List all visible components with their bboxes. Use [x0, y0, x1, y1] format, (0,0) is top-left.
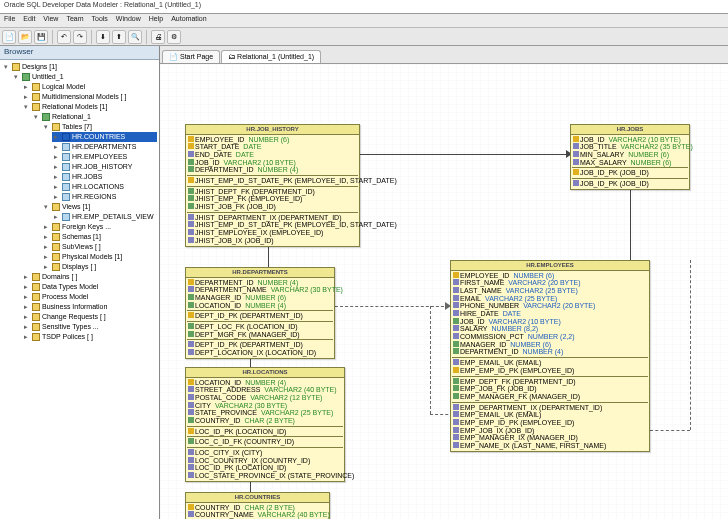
- tree-table-employees[interactable]: ▸HR.EMPLOYEES: [52, 152, 157, 162]
- tree-rel1[interactable]: ▾Relational_1: [32, 112, 157, 122]
- tree-tables[interactable]: ▾Tables [7]: [42, 122, 157, 132]
- diagram-icon: 🗂: [228, 53, 235, 61]
- open-button[interactable]: 📂: [18, 30, 32, 44]
- export-button[interactable]: ⬆: [112, 30, 126, 44]
- tree-tsdp[interactable]: ▸TSDP Polices [ ]: [22, 332, 157, 342]
- browser-header: Browser: [0, 46, 159, 60]
- tree-views[interactable]: ▾Views [1]: [42, 202, 157, 212]
- entity-header: HR.LOCATIONS: [186, 368, 344, 378]
- tree-designs[interactable]: ▾Designs [1]: [2, 62, 157, 72]
- menu-automation[interactable]: Automation: [171, 15, 206, 26]
- tree-table-countries[interactable]: ▸HR.COUNTRIES: [52, 132, 157, 142]
- gear-icon[interactable]: ⚙: [167, 30, 181, 44]
- browser-panel: Browser ▾Designs [1] ▾Untitled_1 ▸Logica…: [0, 46, 160, 519]
- object-tree[interactable]: ▾Designs [1] ▾Untitled_1 ▸Logical Model …: [0, 60, 159, 519]
- tree-table-locations[interactable]: ▸HR.LOCATIONS: [52, 182, 157, 192]
- tree-fkeys[interactable]: ▸Foreign Keys ...: [42, 222, 157, 232]
- tree-relmodels[interactable]: ▾Relational Models [1]: [22, 102, 157, 112]
- tree-view-empdetails[interactable]: ▸HR.EMP_DETAILS_VIEW: [52, 212, 157, 222]
- entity-header: HR.JOBS: [571, 125, 689, 135]
- tree-bizinfo[interactable]: ▸Business Information: [22, 302, 157, 312]
- tree-physmodels[interactable]: ▸Physical Models [1]: [42, 252, 157, 262]
- tree-displays[interactable]: ▸Displays [ ]: [42, 262, 157, 272]
- entity-departments[interactable]: HR.DEPARTMENTS DEPARTMENT_IDNUMBER (4) D…: [185, 267, 335, 359]
- entity-job-history[interactable]: HR.JOB_HISTORY EMPLOYEE_IDNUMBER (6) STA…: [185, 124, 360, 247]
- redo-button[interactable]: ↷: [73, 30, 87, 44]
- tree-multidim[interactable]: ▸Multidimensional Models [ ]: [22, 92, 157, 102]
- zoom-button[interactable]: 🔍: [128, 30, 142, 44]
- entity-locations[interactable]: HR.LOCATIONS LOCATION_IDNUMBER (4) STREE…: [185, 367, 345, 482]
- menu-view[interactable]: View: [43, 15, 58, 26]
- tree-subviews[interactable]: ▸SubViews [ ]: [42, 242, 157, 252]
- tree-sensitive[interactable]: ▸Sensitive Types ...: [22, 322, 157, 332]
- entity-header: HR.DEPARTMENTS: [186, 268, 334, 278]
- new-button[interactable]: 📄: [2, 30, 16, 44]
- entity-header: HR.COUNTRIES: [186, 493, 329, 503]
- entity-header: HR.EMPLOYEES: [451, 261, 649, 271]
- menu-edit[interactable]: Edit: [23, 15, 35, 26]
- tree-domains[interactable]: ▸Domains [ ]: [22, 272, 157, 282]
- import-button[interactable]: ⬇: [96, 30, 110, 44]
- rel-emps-self-b: [650, 430, 690, 431]
- tree-logical[interactable]: ▸Logical Model: [22, 82, 157, 92]
- tree-table-job-history[interactable]: ▸HR.JOB_HISTORY: [52, 162, 157, 172]
- tree-schemas[interactable]: ▸Schemas [1]: [42, 232, 157, 242]
- tree-untitled[interactable]: ▾Untitled_1: [12, 72, 157, 82]
- tab-start-page[interactable]: 📄Start Page: [162, 50, 220, 63]
- menu-file[interactable]: File: [4, 15, 15, 26]
- tree-table-jobs[interactable]: ▸HR.JOBS: [52, 172, 157, 182]
- undo-button[interactable]: ↶: [57, 30, 71, 44]
- menu-window[interactable]: Window: [116, 15, 141, 26]
- tree-table-regions[interactable]: ▸HR.REGIONS: [52, 192, 157, 202]
- menu-bar: File Edit View Team Tools Window Help Au…: [0, 14, 728, 28]
- menu-tools[interactable]: Tools: [92, 15, 108, 26]
- entity-header: HR.JOB_HISTORY: [186, 125, 359, 135]
- page-icon: 📄: [169, 53, 178, 61]
- rel-jobs-emps: [630, 188, 631, 260]
- rel-emps-self: [690, 260, 691, 430]
- entity-jobs[interactable]: HR.JOBS JOB_IDVARCHAR2 (10 BYTE) JOB_TIT…: [570, 124, 690, 190]
- entity-countries[interactable]: HR.COUNTRIES COUNTRY_IDCHAR (2 BYTE) COU…: [185, 492, 330, 519]
- tab-bar: 📄Start Page 🗂Relational_1 (Untitled_1): [160, 46, 728, 64]
- tree-process[interactable]: ▸Process Model: [22, 292, 157, 302]
- app-title: Oracle SQL Developer Data Modeler : Rela…: [4, 1, 201, 8]
- save-button[interactable]: 💾: [34, 30, 48, 44]
- tree-table-departments[interactable]: ▸HR.DEPARTMENTS: [52, 142, 157, 152]
- entity-employees[interactable]: HR.EMPLOYEES EMPLOYEE_IDNUMBER (6) FIRST…: [450, 260, 650, 452]
- toolbar: 📄 📂 💾 ↶ ↷ ⬇ ⬆ 🔍 🖨 ⚙: [0, 28, 728, 46]
- rel-depts-emps: [335, 306, 449, 307]
- rel-emps-depts-2: [430, 306, 431, 414]
- title-bar: Oracle SQL Developer Data Modeler : Rela…: [0, 0, 728, 14]
- tab-relational[interactable]: 🗂Relational_1 (Untitled_1): [221, 50, 321, 63]
- print-button[interactable]: 🖨: [151, 30, 165, 44]
- diagram-canvas[interactable]: HR.JOB_HISTORY EMPLOYEE_IDNUMBER (6) STA…: [160, 64, 728, 519]
- rel-jobhist-jobs: [357, 154, 570, 155]
- menu-help[interactable]: Help: [149, 15, 163, 26]
- tree-dtypes[interactable]: ▸Data Types Model: [22, 282, 157, 292]
- menu-team[interactable]: Team: [66, 15, 83, 26]
- tree-chreq[interactable]: ▸Change Requests [ ]: [22, 312, 157, 322]
